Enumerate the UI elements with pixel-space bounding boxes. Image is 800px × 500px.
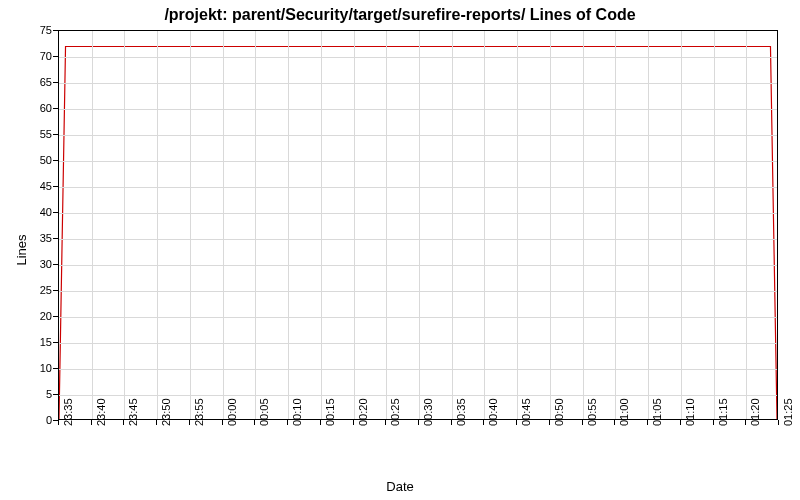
y-tick-label: 10 (12, 362, 52, 374)
gridline-v (681, 31, 682, 419)
x-tick-mark (614, 420, 615, 425)
gridline-v (288, 31, 289, 419)
y-tick-label: 5 (12, 388, 52, 400)
x-tick-label: 01:20 (749, 398, 761, 426)
gridline-h (59, 57, 777, 58)
y-tick-label: 20 (12, 310, 52, 322)
x-tick-mark (680, 420, 681, 425)
x-tick-mark (123, 420, 124, 425)
y-tick-mark (53, 134, 58, 135)
y-tick-mark (53, 290, 58, 291)
y-tick-label: 35 (12, 232, 52, 244)
gridline-v (484, 31, 485, 419)
gridline-h (59, 187, 777, 188)
x-tick-label: 00:40 (487, 398, 499, 426)
x-tick-label: 00:00 (226, 398, 238, 426)
x-tick-mark (189, 420, 190, 425)
x-tick-label: 23:50 (160, 398, 172, 426)
x-tick-label: 00:10 (291, 398, 303, 426)
x-tick-mark (385, 420, 386, 425)
y-tick-mark (53, 368, 58, 369)
gridline-v (190, 31, 191, 419)
gridline-h (59, 239, 777, 240)
x-tick-mark (353, 420, 354, 425)
y-tick-label: 25 (12, 284, 52, 296)
y-tick-mark (53, 160, 58, 161)
gridline-v (354, 31, 355, 419)
y-tick-label: 15 (12, 336, 52, 348)
y-tick-mark (53, 82, 58, 83)
x-tick-label: 01:15 (717, 398, 729, 426)
x-tick-mark (745, 420, 746, 425)
x-tick-label: 00:35 (455, 398, 467, 426)
gridline-v (386, 31, 387, 419)
gridline-h (59, 265, 777, 266)
x-tick-mark (516, 420, 517, 425)
y-tick-mark (53, 212, 58, 213)
y-tick-label: 70 (12, 50, 52, 62)
x-tick-mark (418, 420, 419, 425)
gridline-v (321, 31, 322, 419)
x-tick-label: 23:35 (62, 398, 74, 426)
gridline-v (648, 31, 649, 419)
gridline-v (517, 31, 518, 419)
data-series (59, 31, 777, 419)
loc-chart: /projekt: parent/Security/target/surefir… (0, 0, 800, 500)
y-tick-mark (53, 264, 58, 265)
y-tick-mark (53, 316, 58, 317)
gridline-h (59, 395, 777, 396)
x-tick-label: 00:25 (389, 398, 401, 426)
y-tick-label: 45 (12, 180, 52, 192)
gridline-h (59, 213, 777, 214)
y-tick-label: 0 (12, 414, 52, 426)
y-tick-label: 40 (12, 206, 52, 218)
gridline-v (223, 31, 224, 419)
y-tick-mark (53, 186, 58, 187)
x-tick-label: 23:55 (193, 398, 205, 426)
gridline-h (59, 135, 777, 136)
y-tick-mark (53, 342, 58, 343)
x-tick-label: 00:45 (520, 398, 532, 426)
gridline-v (419, 31, 420, 419)
gridline-h (59, 369, 777, 370)
gridline-h (59, 317, 777, 318)
gridline-v (714, 31, 715, 419)
x-axis-label: Date (0, 479, 800, 494)
gridline-h (59, 291, 777, 292)
x-tick-mark (451, 420, 452, 425)
x-tick-mark (549, 420, 550, 425)
gridline-v (550, 31, 551, 419)
x-tick-mark (156, 420, 157, 425)
gridline-v (583, 31, 584, 419)
plot-area (58, 30, 778, 420)
y-tick-label: 55 (12, 128, 52, 140)
y-tick-label: 50 (12, 154, 52, 166)
gridline-v (124, 31, 125, 419)
y-tick-mark (53, 108, 58, 109)
x-tick-label: 00:55 (586, 398, 598, 426)
x-tick-label: 00:15 (324, 398, 336, 426)
x-tick-label: 01:05 (651, 398, 663, 426)
x-tick-mark (320, 420, 321, 425)
x-tick-mark (222, 420, 223, 425)
y-tick-mark (53, 238, 58, 239)
gridline-v (746, 31, 747, 419)
x-tick-mark (582, 420, 583, 425)
y-tick-mark (53, 56, 58, 57)
x-tick-label: 01:10 (684, 398, 696, 426)
y-tick-mark (53, 394, 58, 395)
gridline-v (255, 31, 256, 419)
gridline-h (59, 161, 777, 162)
y-tick-label: 65 (12, 76, 52, 88)
x-tick-label: 00:05 (258, 398, 270, 426)
x-tick-mark (287, 420, 288, 425)
gridline-h (59, 343, 777, 344)
gridline-h (59, 109, 777, 110)
gridline-v (615, 31, 616, 419)
y-tick-mark (53, 30, 58, 31)
x-tick-label: 23:40 (95, 398, 107, 426)
x-tick-mark (58, 420, 59, 425)
x-tick-label: 00:50 (553, 398, 565, 426)
gridline-v (92, 31, 93, 419)
x-tick-mark (647, 420, 648, 425)
